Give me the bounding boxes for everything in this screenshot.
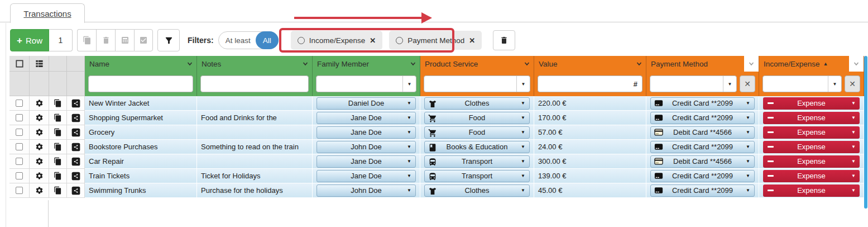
income-expense-dropdown[interactable]: Expense ▼ <box>763 185 860 197</box>
row-share-button[interactable] <box>67 96 85 111</box>
row-select-cell[interactable] <box>9 154 30 169</box>
add-row-button[interactable]: + Row <box>10 29 49 51</box>
column-header-product-service[interactable]: Product Service <box>420 56 534 72</box>
row-checkbox[interactable] <box>16 187 23 194</box>
toggle-at-least-option[interactable]: At least <box>226 36 256 45</box>
column-header-income-expense[interactable]: Income/Expense ▲ <box>759 56 864 72</box>
row-share-button[interactable] <box>67 154 85 169</box>
payment-method-dropdown[interactable]: Credit Card **2099 ▼ <box>650 185 755 197</box>
row-copy-button[interactable] <box>49 125 67 140</box>
vertical-scrollbar[interactable] <box>864 56 867 209</box>
chevron-down-icon[interactable] <box>524 61 530 67</box>
value-cell[interactable]: 24.00 € <box>534 140 646 154</box>
remove-filter-icon[interactable]: ✕ <box>370 36 376 45</box>
column-header-family-member[interactable]: Family Member <box>313 56 420 72</box>
calculate-button[interactable] <box>115 29 134 51</box>
product-service-dropdown[interactable]: Food ▼ <box>424 112 530 124</box>
notes-cell[interactable]: Ticket for Holidays <box>197 169 313 183</box>
family-member-dropdown[interactable]: Jane Doe ▼ <box>316 155 416 168</box>
row-checkbox[interactable] <box>16 143 23 150</box>
product-service-dropdown[interactable]: Transport ▼ <box>424 155 530 168</box>
row-count-input[interactable] <box>49 29 73 51</box>
row-share-button[interactable] <box>67 111 85 125</box>
filter-match-toggle[interactable]: At least All <box>218 31 279 49</box>
delete-rows-button[interactable] <box>96 29 115 51</box>
row-settings-button[interactable] <box>30 154 49 169</box>
toggle-all-option[interactable]: All <box>256 31 279 49</box>
column-header-notes[interactable]: Notes <box>197 56 313 72</box>
notes-cell[interactable]: Food and Drinks for the <box>197 111 313 125</box>
row-select-cell[interactable] <box>9 125 30 140</box>
name-cell[interactable]: Swimming Trunks <box>85 183 197 198</box>
family-member-dropdown[interactable]: Jane Doe ▼ <box>316 126 416 139</box>
name-cell[interactable]: Car Repair <box>85 154 197 169</box>
row-share-button[interactable] <box>67 140 85 154</box>
name-filter-input[interactable] <box>88 75 193 92</box>
product-service-filter-select[interactable]: ▼ <box>424 75 530 92</box>
row-checkbox[interactable] <box>16 172 23 179</box>
product-service-dropdown[interactable]: Clothes ▼ <box>424 97 530 110</box>
remove-filter-icon[interactable]: ✕ <box>469 36 475 45</box>
row-share-button[interactable] <box>67 183 85 198</box>
income-expense-dropdown[interactable]: Expense ▼ <box>763 155 860 168</box>
clear-income-expense-filter-button[interactable]: ✕ <box>845 75 860 92</box>
row-copy-button[interactable] <box>49 140 67 154</box>
notes-cell[interactable]: Something to read on the train <box>197 140 313 154</box>
income-expense-dropdown[interactable]: Expense ▼ <box>763 126 860 139</box>
value-filter-input[interactable] <box>538 75 642 92</box>
product-service-dropdown[interactable]: Food ▼ <box>424 126 530 139</box>
tab-transactions-label[interactable]: Transactions <box>23 9 71 18</box>
name-cell[interactable]: Bookstore Purchases <box>85 140 197 154</box>
value-cell[interactable]: 170.00 € <box>534 111 646 125</box>
notes-cell[interactable] <box>197 125 313 140</box>
product-service-dropdown[interactable]: Books & Education ▼ <box>424 141 530 153</box>
tab-transactions[interactable]: Transactions <box>10 3 85 23</box>
payment-method-dropdown[interactable]: Credit Card **2099 ▼ <box>650 170 755 182</box>
income-expense-dropdown[interactable]: Expense ▼ <box>763 170 860 182</box>
row-checkbox[interactable] <box>16 114 23 121</box>
column-header-value[interactable]: Value <box>534 56 646 72</box>
filter-chip-payment-method[interactable]: Payment Method ✕ <box>389 31 482 50</box>
row-share-button[interactable] <box>67 169 85 183</box>
notes-cell[interactable]: Purchase for the holidays <box>197 183 313 198</box>
row-select-cell[interactable] <box>9 96 30 111</box>
clear-filters-button[interactable] <box>493 30 515 50</box>
payment-method-dropdown[interactable]: Credit Card **2099 ▼ <box>650 112 755 124</box>
column-header-payment-method[interactable]: Payment Method <box>646 56 759 72</box>
row-select-cell[interactable] <box>9 183 30 198</box>
family-member-dropdown[interactable]: John Doe ▼ <box>316 185 416 197</box>
income-expense-dropdown[interactable]: Expense ▼ <box>763 97 860 110</box>
value-cell[interactable]: 139.00 € <box>534 169 646 183</box>
select-all-header-cell[interactable] <box>9 56 30 72</box>
name-cell[interactable]: Grocery <box>85 125 197 140</box>
row-copy-button[interactable] <box>49 96 67 111</box>
payment-method-dropdown[interactable]: Credit Card **2099 ▼ <box>650 141 755 153</box>
family-member-dropdown[interactable]: Jane Doe ▼ <box>316 170 416 182</box>
payment-method-dropdown[interactable]: Debit Card **4566 ▼ <box>650 155 755 168</box>
income-expense-dropdown[interactable]: Expense ▼ <box>763 112 860 124</box>
income-expense-filter-select[interactable]: ▼ <box>763 75 842 92</box>
chevron-down-icon[interactable] <box>636 61 642 67</box>
row-settings-button[interactable] <box>30 125 49 140</box>
chevron-down-icon[interactable] <box>744 56 759 72</box>
row-menu-header-cell[interactable] <box>30 56 49 72</box>
row-copy-button[interactable] <box>49 169 67 183</box>
chevron-down-icon[interactable] <box>187 61 193 67</box>
row-settings-button[interactable] <box>30 169 49 183</box>
row-checkbox[interactable] <box>16 100 23 107</box>
payment-method-dropdown[interactable]: Credit Card **2099 ▼ <box>650 97 755 110</box>
family-member-dropdown[interactable]: Jane Doe ▼ <box>316 112 416 124</box>
product-service-dropdown[interactable]: Transport ▼ <box>424 170 530 182</box>
income-expense-dropdown[interactable]: Expense ▼ <box>763 141 860 153</box>
row-copy-button[interactable] <box>49 154 67 169</box>
column-header-name[interactable]: Name <box>85 56 197 72</box>
notes-filter-input[interactable] <box>200 75 309 92</box>
row-select-cell[interactable] <box>9 111 30 125</box>
notes-cell[interactable] <box>197 96 313 111</box>
row-settings-button[interactable] <box>30 140 49 154</box>
value-cell[interactable]: 220.00 € <box>534 96 646 111</box>
family-member-dropdown[interactable]: John Doe ▼ <box>316 141 416 153</box>
family-member-filter-select[interactable]: ▼ <box>316 75 416 92</box>
name-cell[interactable]: Shopping Supermarket <box>85 111 197 125</box>
value-cell[interactable]: 57.00 € <box>534 125 646 140</box>
